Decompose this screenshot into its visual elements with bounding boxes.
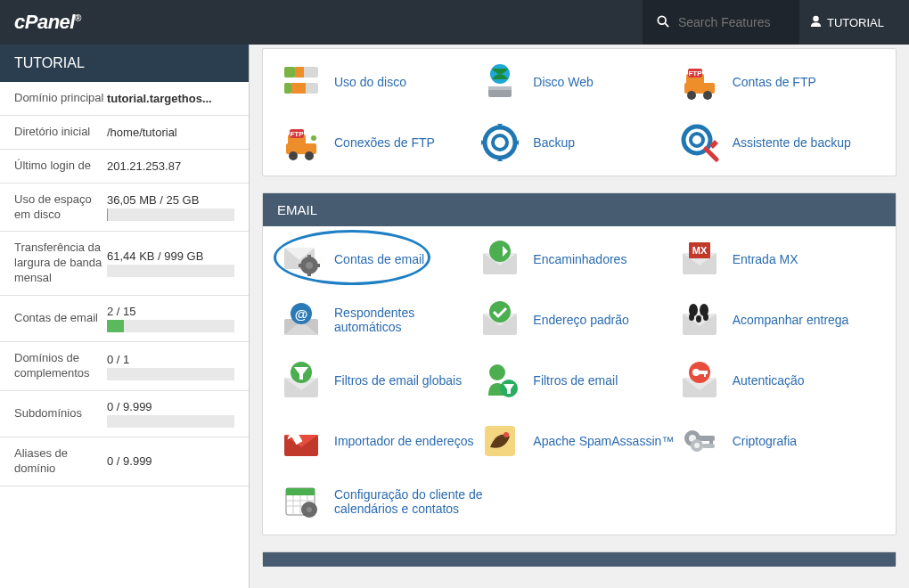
svg-point-63	[504, 432, 509, 437]
search-icon	[657, 15, 669, 30]
search-input[interactable]	[678, 15, 785, 29]
stat-aliases: Aliases de domínio 0 / 9.999	[0, 437, 249, 486]
stat-bandwidth: Transferência da largura de banda mensal…	[0, 232, 249, 296]
svg-rect-7	[284, 83, 291, 94]
svg-rect-4	[284, 67, 295, 78]
stat-disk: Uso de espaço em disco 36,05 MB / 25 GB	[0, 184, 249, 233]
svg-text:@: @	[295, 306, 308, 322]
email-accounts-icon	[281, 239, 322, 280]
track-delivery-icon	[679, 299, 720, 340]
svg-rect-11	[488, 86, 512, 90]
item-backup-wizard[interactable]: Assistente de backup	[679, 122, 878, 163]
item-mx-entry[interactable]: MX Entrada MX	[679, 239, 878, 280]
svg-point-54	[489, 364, 505, 380]
stat-email-bar	[107, 320, 234, 332]
item-spamassassin[interactable]: Apache SpamAssassin™	[479, 421, 678, 461]
item-authentication[interactable]: Autenticação	[679, 360, 878, 401]
item-web-disk[interactable]: Disco Web	[479, 61, 678, 102]
svg-point-24	[311, 135, 316, 141]
ftp-connections-icon: FTP	[281, 122, 322, 163]
item-autoresponders[interactable]: @ Respondentes automáticos	[281, 299, 479, 340]
item-address-importer[interactable]: Importador de endereços	[281, 421, 479, 461]
item-default-address[interactable]: Endereço padrão	[479, 299, 678, 340]
spamassassin-icon	[479, 421, 520, 461]
item-forwarders[interactable]: Encaminhadores	[479, 239, 678, 280]
sidebar: TUTORIAL Domínio principal tutorial.targ…	[0, 45, 250, 588]
top-header: cPanel® TUTORIAL	[0, 0, 909, 45]
svg-point-19	[289, 151, 298, 160]
email-filters-icon	[479, 360, 520, 401]
svg-rect-5	[295, 67, 304, 78]
user-label: TUTORIAL	[827, 16, 884, 29]
stat-last-login: Último login de 201.21.253.87	[0, 150, 249, 184]
item-backup[interactable]: Backup	[479, 122, 678, 163]
main-content: Uso do disco Disco Web	[250, 45, 909, 588]
item-ftp-accounts[interactable]: FTP Contas de FTP	[679, 61, 878, 102]
user-icon	[810, 15, 822, 29]
item-email-filters[interactable]: Filtros de email	[479, 360, 678, 401]
svg-point-79	[307, 507, 312, 512]
svg-point-2	[813, 16, 819, 22]
ftp-accounts-icon: FTP	[679, 61, 720, 102]
backup-icon	[479, 122, 520, 163]
svg-point-69	[694, 443, 700, 448]
svg-rect-34	[299, 264, 302, 267]
global-filters-icon	[281, 360, 322, 401]
calendar-config-icon	[281, 481, 322, 522]
svg-rect-60	[704, 371, 706, 377]
svg-point-0	[658, 16, 666, 24]
backup-wizard-icon	[679, 122, 720, 163]
default-address-icon	[479, 299, 520, 340]
stat-subdomains: Subdomínios 0 / 9.999	[0, 391, 249, 437]
address-importer-icon	[281, 421, 322, 461]
svg-point-45	[489, 301, 511, 323]
item-ftp-connections[interactable]: FTP Conexões de FTP	[281, 122, 479, 163]
svg-point-20	[305, 151, 314, 160]
svg-point-51	[703, 314, 708, 321]
files-section: Uso do disco Disco Web	[262, 48, 897, 176]
email-section: EMAIL	[262, 192, 897, 535]
svg-point-13	[687, 91, 696, 100]
item-global-filters[interactable]: Filtros de email globais	[281, 360, 479, 401]
svg-rect-8	[291, 83, 306, 94]
svg-rect-33	[307, 273, 311, 276]
item-track-delivery[interactable]: Acompanhar entrega	[679, 299, 878, 340]
search-box[interactable]	[643, 0, 799, 45]
sidebar-title: TUTORIAL	[0, 45, 249, 82]
next-section-peek	[262, 551, 897, 566]
stat-email-accounts: Contas de email 2 / 15	[0, 296, 249, 342]
svg-text:FTP: FTP	[290, 130, 304, 138]
svg-rect-32	[307, 255, 311, 258]
cpanel-logo: cPanel®	[14, 11, 81, 34]
svg-text:MX: MX	[692, 245, 707, 256]
svg-rect-59	[699, 371, 708, 374]
mx-entry-icon: MX	[679, 239, 720, 280]
item-disk-usage[interactable]: Uso do disco	[281, 61, 479, 102]
svg-point-50	[696, 315, 701, 323]
stat-bandwidth-bar	[107, 265, 234, 277]
forwarders-icon	[479, 239, 520, 280]
svg-text:FTP: FTP	[688, 69, 702, 78]
disk-usage-icon	[281, 61, 322, 102]
encryption-icon	[679, 421, 720, 461]
user-menu[interactable]: TUTORIAL	[799, 0, 895, 45]
stat-primary-domain: Domínio principal tutorial.targethos...	[0, 82, 249, 116]
item-calendar-config[interactable]: Configuração do cliente de calendários e…	[281, 481, 521, 522]
svg-point-31	[306, 262, 313, 269]
stat-subdomains-bar	[107, 415, 234, 428]
svg-line-1	[665, 23, 668, 27]
stat-disk-bar	[107, 208, 234, 221]
svg-rect-72	[286, 488, 315, 495]
authentication-icon	[679, 360, 720, 401]
email-section-header[interactable]: EMAIL	[263, 193, 896, 226]
stat-addon-domains: Domínios de complementos 0 / 1	[0, 342, 249, 391]
stat-addon-bar	[107, 368, 234, 380]
stat-home-dir: Diretório inicial /home/tutorial	[0, 116, 249, 150]
svg-point-14	[703, 91, 712, 100]
item-encryption[interactable]: Criptografia	[679, 421, 878, 461]
svg-point-28	[691, 134, 703, 146]
svg-rect-70	[702, 444, 715, 448]
web-disk-icon	[479, 61, 520, 102]
svg-point-58	[692, 369, 700, 376]
item-email-accounts[interactable]: Contas de email	[281, 239, 479, 280]
